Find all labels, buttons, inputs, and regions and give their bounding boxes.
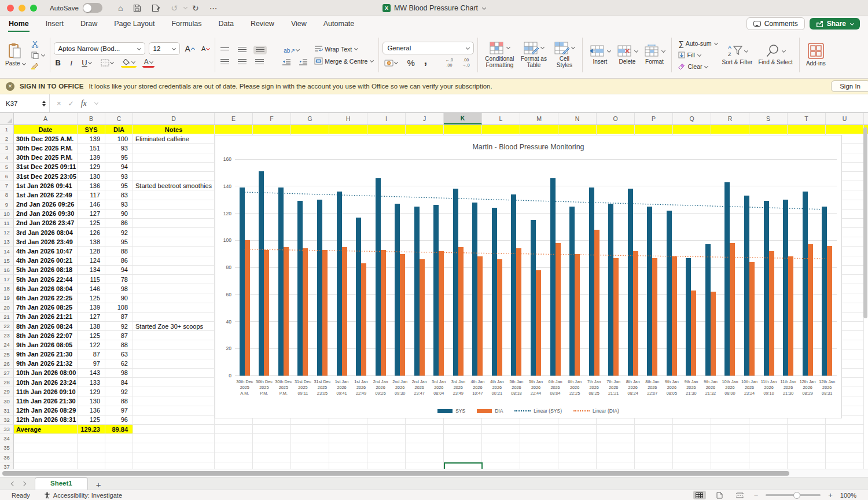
cell-C19[interactable]: 90: [105, 293, 133, 303]
cell-H36[interactable]: [329, 453, 367, 462]
column-header-U[interactable]: U: [826, 113, 864, 124]
zoom-window-button[interactable]: [30, 5, 37, 12]
font-name-select[interactable]: Aptos Narrow (Bod...: [54, 42, 145, 55]
cell-A24[interactable]: 9th Jan 2026 08:05: [14, 340, 78, 350]
cell-A11[interactable]: 2nd Jan 2026 23:47: [14, 219, 78, 228]
cell-U35[interactable]: [826, 443, 864, 453]
cell-T36[interactable]: [788, 453, 826, 462]
cell-N1[interactable]: [558, 125, 597, 134]
cell-I34[interactable]: [367, 434, 406, 443]
fill-button[interactable]: Fill: [676, 50, 719, 60]
delete-cells-button[interactable]: Delete: [613, 43, 641, 67]
borders-button[interactable]: [99, 58, 115, 67]
column-header-J[interactable]: J: [406, 113, 444, 124]
cell-B9[interactable]: 146: [78, 200, 105, 209]
cell-A34[interactable]: [14, 434, 78, 443]
sort-filter-button[interactable]: AZ Sort & Filter: [719, 43, 756, 67]
cell-L1[interactable]: [482, 125, 520, 134]
undo-chevron-icon[interactable]: [183, 5, 187, 9]
cell-Q37[interactable]: [673, 462, 711, 469]
increase-decimal-button[interactable]: [444, 57, 455, 68]
cell-B16[interactable]: 134: [78, 266, 105, 275]
cell-B10[interactable]: 127: [78, 209, 105, 219]
row-header-11[interactable]: 11: [0, 219, 14, 228]
bp-chart[interactable]: 020406080100120140160Martin - Blood Pres…: [215, 135, 842, 418]
cell-B12[interactable]: 126: [78, 228, 105, 237]
cell-L36[interactable]: [482, 453, 520, 462]
cell-D19[interactable]: [133, 293, 215, 303]
cell-D16[interactable]: [133, 266, 215, 275]
cell-D12[interactable]: [133, 228, 215, 237]
cell-D17[interactable]: [133, 275, 215, 284]
cell-B13[interactable]: 138: [78, 237, 105, 247]
cell-B14[interactable]: 128: [78, 247, 105, 256]
cell-C2[interactable]: 100: [105, 134, 133, 144]
cell-M34[interactable]: [520, 434, 558, 443]
cell-D30[interactable]: [133, 396, 215, 406]
cell-B32[interactable]: 125: [78, 416, 105, 425]
cell-P37[interactable]: [635, 462, 673, 469]
cell-Q1[interactable]: [673, 125, 711, 134]
cell-C4[interactable]: 95: [105, 153, 133, 163]
cell-D2[interactable]: Eliminated caffeine: [133, 134, 215, 144]
row-header-9[interactable]: 9: [0, 200, 14, 209]
cell-N37[interactable]: [558, 462, 597, 469]
cell-B36[interactable]: [78, 453, 105, 462]
row-header-32[interactable]: 32: [0, 416, 14, 425]
tab-review[interactable]: Review: [250, 18, 275, 32]
prev-sheet-button[interactable]: [8, 479, 19, 489]
cell-J34[interactable]: [406, 434, 444, 443]
row-header-14[interactable]: 14: [0, 247, 14, 256]
cell-D15[interactable]: [133, 256, 215, 266]
row-header-6[interactable]: 6: [0, 172, 14, 181]
cell-R37[interactable]: [711, 462, 749, 469]
insert-function-icon[interactable]: fx: [81, 99, 87, 108]
cell-C13[interactable]: 95: [105, 237, 133, 247]
cell-G37[interactable]: [291, 462, 329, 469]
normal-view-button[interactable]: [693, 491, 706, 499]
copy-button[interactable]: [30, 50, 46, 60]
row-header-34[interactable]: 34: [0, 434, 14, 443]
cell-C8[interactable]: 83: [105, 190, 133, 200]
cell-C6[interactable]: 93: [105, 172, 133, 181]
row-header-13[interactable]: 13: [0, 237, 14, 247]
cell-D14[interactable]: [133, 247, 215, 256]
cell-C14[interactable]: 88: [105, 247, 133, 256]
name-box-stepper[interactable]: [42, 101, 46, 106]
cell-B27[interactable]: 143: [78, 369, 105, 378]
cell-B25[interactable]: 87: [78, 350, 105, 359]
cell-G34[interactable]: [291, 434, 329, 443]
cell-B34[interactable]: [78, 434, 105, 443]
cell-A32[interactable]: 12th Jan 2026 08:31: [14, 416, 78, 425]
cell-I35[interactable]: [367, 443, 406, 453]
row-header-21[interactable]: 21: [0, 312, 14, 322]
close-window-button[interactable]: [7, 5, 14, 12]
cell-I33[interactable]: [367, 425, 406, 434]
cell-F35[interactable]: [253, 443, 291, 453]
sign-in-button[interactable]: Sign In: [831, 80, 868, 92]
cell-J37[interactable]: [406, 462, 444, 469]
cell-D10[interactable]: [133, 209, 215, 219]
cell-B19[interactable]: 125: [78, 293, 105, 303]
cell-F1[interactable]: [253, 125, 291, 134]
cell-K1[interactable]: [444, 125, 482, 134]
cell-A30[interactable]: 11th Jan 2026 21:30: [14, 396, 78, 406]
cell-A33[interactable]: Average: [14, 425, 78, 434]
cell-I37[interactable]: [367, 462, 406, 469]
cell-C15[interactable]: 86: [105, 256, 133, 266]
increase-font-button[interactable]: A: [183, 44, 196, 53]
paste-button[interactable]: Paste: [2, 42, 28, 68]
cell-Q33[interactable]: [673, 425, 711, 434]
enter-icon[interactable]: ✓: [68, 100, 74, 108]
cell-H35[interactable]: [329, 443, 367, 453]
cell-D3[interactable]: [133, 144, 215, 153]
cell-K33[interactable]: [444, 425, 482, 434]
cell-B1[interactable]: SYS: [78, 125, 105, 134]
cell-C11[interactable]: 86: [105, 219, 133, 228]
cell-O34[interactable]: [597, 434, 635, 443]
add-sheet-button[interactable]: +: [88, 480, 109, 490]
cell-B6[interactable]: 130: [78, 172, 105, 181]
align-bottom-button[interactable]: [253, 46, 267, 54]
cell-H37[interactable]: [329, 462, 367, 469]
cell-L35[interactable]: [482, 443, 520, 453]
